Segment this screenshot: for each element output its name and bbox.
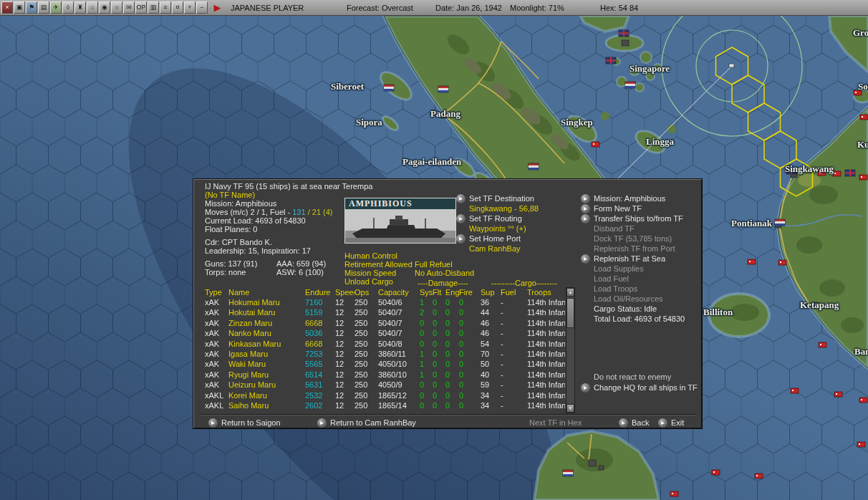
action-arrow-icon[interactable]: ► (317, 418, 327, 428)
toggle-refuel[interactable]: Full Refuel (415, 260, 453, 269)
flag-icon[interactable]: ⚑ (26, 1, 37, 14)
bases-icon[interactable]: ⌂ (87, 1, 98, 14)
ship-sup: 59 (481, 380, 501, 390)
ship-row: xAKLSaiho Maru2602122501865/14000034-114… (194, 400, 565, 410)
aircraft-icon[interactable]: ✈ (50, 1, 62, 14)
ship-name[interactable]: Ueizuru Maru (228, 380, 305, 390)
weather-icon[interactable]: ☼ (111, 1, 122, 14)
ship-capacity: 1865/14 (378, 400, 420, 410)
ship-name[interactable]: Hokutai Maru (228, 307, 305, 317)
tf-name-button[interactable]: (No TF Name) (205, 191, 255, 199)
tf-torps: Torps: none (205, 268, 246, 277)
back-button[interactable]: Back (632, 418, 649, 427)
action-arrow-icon[interactable]: ► (581, 204, 590, 213)
menu-mission[interactable]: Mission: Amphibious (594, 194, 665, 203)
ship-endurance: 7253 (305, 349, 335, 359)
ship-cargo-troops: 114th Infan (527, 339, 565, 349)
list-icon[interactable]: ▤ (38, 1, 49, 14)
ship-sup: 46 (481, 318, 501, 328)
toggle-control[interactable]: Human Control (344, 251, 397, 260)
action-arrow-icon[interactable]: ► (456, 194, 466, 203)
col-header-flt: Flt (433, 287, 445, 297)
tf-commander[interactable]: Cdr: CPT Bando K. (205, 238, 272, 246)
damage-eng: 0 (445, 370, 459, 380)
ship-name[interactable]: Kinkasan Maru (228, 339, 305, 349)
total-load: Total Load: 4693 of 54830 (594, 314, 685, 323)
footer-divider (200, 414, 697, 415)
damage-fire: 0 (459, 370, 481, 380)
action-arrow-icon[interactable]: ► (456, 214, 466, 223)
ship-name[interactable]: Saiho Maru (228, 400, 305, 410)
damage-sys: 2 (420, 307, 433, 317)
ship-capacity: 3860/11 (378, 349, 420, 359)
zoom-in-icon[interactable]: + (184, 1, 196, 14)
toggle-autodisband[interactable]: No Auto-Disband (415, 269, 474, 277)
ship-name[interactable]: Nanko Maru (228, 328, 305, 338)
return-to-cam-ranh-button[interactable]: Return to Cam RanhBay (330, 418, 416, 427)
lists-icon[interactable]: ≡ (160, 1, 171, 14)
ship-name[interactable]: Waki Maru (228, 359, 305, 369)
ground-units-icon[interactable]: ♜ (74, 1, 86, 14)
set-tf-routing[interactable]: Set TF Routing (469, 214, 522, 223)
ships-icon[interactable]: ◊ (62, 1, 74, 14)
col-header-fuel: Fuel (501, 287, 527, 297)
scroll-down-icon[interactable]: ▼ (566, 404, 574, 413)
return-to-saigon-button[interactable]: Return to Saigon (221, 418, 281, 427)
menu-transfer-ships[interactable]: Transfer Ships to/from TF (594, 214, 683, 223)
close-icon[interactable]: × (1, 1, 13, 14)
scrollbar-thumb[interactable] (566, 298, 574, 328)
messages-icon[interactable]: ✉ (123, 1, 135, 14)
action-arrow-icon[interactable]: ► (658, 418, 667, 428)
change-hq-button[interactable]: Change HQ for all ships in TF (594, 383, 698, 392)
action-arrow-icon[interactable]: ► (581, 194, 590, 203)
toggle-retirement[interactable]: Retirement Allowed (344, 260, 413, 269)
action-arrow-icon[interactable]: ► (619, 418, 628, 428)
damage-sys: 0 (420, 380, 433, 390)
damage-eng: 0 (445, 400, 459, 410)
ship-fuel: - (501, 339, 527, 349)
operations-icon[interactable]: OP (135, 1, 147, 14)
ship-speed: 12 (335, 297, 355, 307)
ship-name[interactable]: Korei Maru (228, 390, 305, 400)
zoom-out-icon[interactable]: − (196, 1, 208, 14)
ship-name[interactable]: Zinzan Maru (228, 318, 305, 328)
ship-name[interactable]: Hokumai Maru (228, 297, 305, 307)
action-arrow-icon[interactable]: ► (581, 254, 590, 264)
damage-flt: 0 (433, 390, 445, 400)
action-arrow-icon[interactable]: ► (581, 383, 590, 393)
intel-icon[interactable]: ◉ (99, 1, 110, 14)
tf-guns: Guns: 137 (91) (205, 259, 257, 268)
action-arrow-icon[interactable]: ► (456, 234, 466, 244)
exit-button[interactable]: Exit (671, 418, 684, 427)
damage-fire: 0 (459, 359, 481, 369)
ship-list-scrollbar[interactable]: ▲ ▼ (566, 287, 575, 413)
reports-icon[interactable]: ▥ (148, 1, 159, 14)
ship-name[interactable]: Ryugi Maru (228, 370, 305, 380)
cargo-group-header: ---------Cargo-------- (491, 279, 557, 287)
selected-tf-marker[interactable] (729, 64, 734, 67)
save-icon[interactable]: ▣ (14, 1, 25, 14)
action-arrow-icon[interactable]: ► (581, 214, 590, 223)
ship-cargo-troops: 114th Infan (527, 297, 565, 307)
toggle-cargo[interactable]: Unload Cargo (344, 277, 393, 286)
menu-form-new-tf[interactable]: Form New TF (594, 204, 642, 213)
ship-capacity: 5040/6 (378, 297, 420, 307)
tools-icon[interactable]: ¤ (172, 1, 183, 14)
set-tf-destination[interactable]: Set TF Destination (469, 194, 534, 203)
damage-sys: 0 (420, 328, 433, 338)
damage-group-header: ----Damage---- (418, 279, 468, 287)
next-turn-icon[interactable]: ▶ (212, 1, 223, 14)
menu-replenish-sea[interactable]: Replenish TF at Sea (594, 254, 665, 263)
ship-ops: 250 (355, 297, 378, 307)
col-header-type: Type (205, 287, 228, 297)
ship-endurance: 6668 (305, 339, 335, 349)
toggle-speed[interactable]: Mission Speed (344, 269, 396, 277)
action-arrow-icon[interactable]: ► (208, 418, 218, 428)
ship-name[interactable]: Igasa Maru (228, 349, 305, 359)
ship-sup: 50 (481, 359, 501, 369)
scroll-up-icon[interactable]: ▲ (566, 288, 574, 297)
tf-class-photo: AMPHIBIOUS (344, 198, 456, 244)
react-toggle[interactable]: Do not react to enemy (594, 372, 671, 381)
waypoints-value[interactable]: Waypoints °° (+) (469, 224, 526, 233)
set-home-port[interactable]: Set Home Port (469, 234, 521, 243)
